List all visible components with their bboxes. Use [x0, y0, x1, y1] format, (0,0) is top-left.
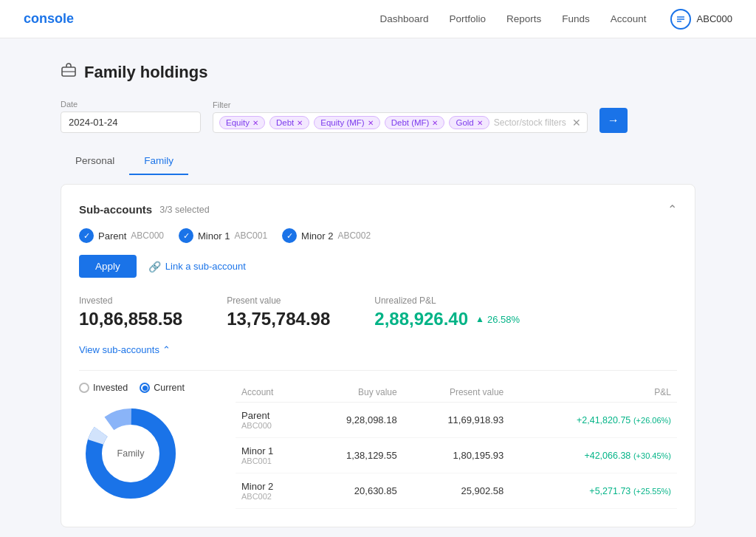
account-name-parent: Parent	[98, 230, 126, 242]
link-account-label: Link a sub-account	[165, 261, 246, 272]
family-card: Sub-accounts 3/3 selected ⌃ ✓ Parent ABC…	[61, 184, 695, 527]
arrow-right-icon: →	[608, 114, 619, 127]
accounts-table: Account Buy value Present value P&L Pare…	[236, 383, 677, 509]
date-label: Date	[61, 100, 201, 109]
table-row: Minor 2 ABC002 20,630.85 25,902.58 +5,27…	[236, 473, 677, 509]
cell-buy-value-0: 9,28,098.18	[304, 403, 402, 438]
present-value-label: Present value	[227, 295, 330, 306]
col-present-value: Present value	[403, 383, 510, 403]
toggle-current[interactable]: Current	[140, 383, 185, 393]
cell-pl-value-1: +42,066.38	[584, 451, 630, 461]
donut-chart: Family	[79, 402, 182, 505]
check-circle-minor2: ✓	[282, 228, 297, 243]
nav-portfolio[interactable]: Portfolio	[449, 13, 486, 24]
metrics-row: Invested 10,86,858.58 Present value 13,7…	[79, 295, 677, 329]
account-option-parent[interactable]: ✓ Parent ABC000	[79, 228, 164, 243]
filter-tag-gold-close[interactable]: ✕	[477, 119, 483, 127]
account-name-minor2: Minor 2	[301, 230, 333, 242]
date-filter-group: Date	[61, 100, 201, 133]
metric-unrealized-pl: Unrealized P&L 2,88,926.40 ▲ 26.58%	[374, 295, 520, 329]
table-row: Minor 1 ABC001 1,38,129.55 1,80,195.93 +…	[236, 438, 677, 473]
chevron-up-view-icon: ⌃	[162, 344, 171, 355]
cell-pl-pct-2: (+25.55%)	[633, 487, 671, 496]
col-pl: P&L	[509, 383, 677, 403]
page-title: Family holdings	[61, 62, 695, 82]
view-sub-accounts-label: View sub-accounts	[79, 344, 159, 355]
navbar: console Dashboard Portfolio Reports Fund…	[0, 0, 756, 38]
metric-invested: Invested 10,86,858.58	[79, 295, 182, 329]
divider	[79, 370, 677, 371]
apply-button[interactable]: Apply	[79, 255, 137, 278]
nav-account[interactable]: Account	[611, 13, 647, 24]
cell-present-value-1: 1,80,195.93	[403, 438, 510, 473]
filter-tag-debt-mf[interactable]: Debt (MF) ✕	[385, 116, 445, 129]
radio-invested	[79, 383, 89, 393]
action-row: Apply 🔗 Link a sub-account	[79, 255, 677, 278]
delta-pct: 26.58%	[487, 314, 520, 325]
filter-tag-gold-label: Gold	[456, 118, 473, 127]
tab-personal[interactable]: Personal	[61, 148, 129, 175]
filter-tag-equity-mf-close[interactable]: ✕	[368, 119, 374, 127]
cell-present-value-2: 25,902.58	[403, 473, 510, 509]
tab-family[interactable]: Family	[129, 148, 188, 175]
cell-pl-1: +42,066.38 (+30.45%)	[509, 438, 677, 473]
selected-badge: 3/3 selected	[159, 205, 209, 215]
radio-current	[140, 383, 150, 393]
table-row: Parent ABC000 9,28,098.18 11,69,918.93 +…	[236, 403, 677, 438]
nav-reports[interactable]: Reports	[506, 13, 541, 24]
nav-dashboard[interactable]: Dashboard	[379, 13, 428, 24]
tabs-container: Personal Family	[61, 148, 695, 175]
account-name-minor1: Minor 1	[198, 230, 230, 242]
briefcase-icon	[61, 62, 77, 82]
checkmark-minor2-icon: ✓	[286, 231, 293, 241]
account-id-minor2: ABC002	[337, 230, 371, 241]
filter-tag-equity-mf-label: Equity (MF)	[320, 118, 364, 127]
filter-tag-equity[interactable]: Equity ✕	[219, 116, 265, 129]
metric-present-value: Present value 13,75,784.98	[227, 295, 330, 329]
filter-clear-icon[interactable]: ✕	[572, 117, 581, 129]
nav-funds[interactable]: Funds	[562, 13, 590, 24]
toggle-invested[interactable]: Invested	[79, 383, 128, 393]
donut-center-label: Family	[117, 448, 145, 459]
metric-delta: ▲ 26.58%	[475, 314, 520, 325]
checkmark-parent-icon: ✓	[83, 231, 90, 241]
view-sub-accounts-link[interactable]: View sub-accounts ⌃	[79, 344, 677, 355]
filter-tag-gold[interactable]: Gold ✕	[449, 116, 489, 129]
cell-account-id-1: ABC001	[241, 456, 298, 465]
main-content: Family holdings Date Filter Equity ✕ Deb…	[46, 38, 710, 537]
filter-tag-debt[interactable]: Debt ✕	[269, 116, 309, 129]
cell-pl-0: +2,41,820.75 (+26.06%)	[509, 403, 677, 438]
filter-tag-equity-close[interactable]: ✕	[252, 119, 258, 127]
accounts-data-table: Account Buy value Present value P&L Pare…	[236, 383, 677, 509]
filter-tag-debt-mf-close[interactable]: ✕	[432, 119, 438, 127]
filter-tag-debt-close[interactable]: ✕	[297, 119, 303, 127]
account-id-minor1: ABC001	[234, 230, 267, 241]
link-sub-account-link[interactable]: 🔗 Link a sub-account	[148, 261, 246, 273]
col-account: Account	[236, 383, 304, 403]
sector-placeholder: Sector/stock filters	[494, 117, 566, 128]
unrealized-value: 2,88,926.40	[374, 309, 468, 329]
cell-pl-2: +5,271.73 (+25.55%)	[509, 473, 677, 509]
filter-apply-arrow-button[interactable]: →	[599, 108, 628, 133]
cell-account-0: Parent ABC000	[236, 403, 304, 438]
brand-logo: console	[24, 11, 74, 27]
sub-accounts-title: Sub-accounts	[79, 203, 152, 216]
sub-accounts-header: Sub-accounts 3/3 selected ⌃	[79, 202, 677, 216]
filter-tag-equity-mf[interactable]: Equity (MF) ✕	[314, 116, 379, 129]
cell-account-2: Minor 2 ABC002	[236, 473, 304, 509]
user-info[interactable]: ABC000	[670, 9, 732, 30]
filter-tag-debt-label: Debt	[276, 118, 294, 127]
filter-tag-debt-mf-label: Debt (MF)	[391, 118, 430, 127]
date-input[interactable]	[61, 112, 201, 133]
check-circle-minor1: ✓	[179, 228, 193, 243]
bottom-section: Invested Current	[79, 383, 677, 509]
cell-pl-value-2: +5,271.73	[589, 486, 630, 496]
chevron-up-icon[interactable]: ⌃	[667, 202, 677, 216]
cell-pl-value-0: +2,41,820.75	[577, 415, 630, 425]
page-title-text: Family holdings	[84, 63, 207, 82]
account-option-minor1[interactable]: ✓ Minor 1 ABC001	[179, 228, 267, 243]
cell-account-name-0: Parent	[241, 410, 298, 421]
cell-account-name-1: Minor 1	[241, 445, 298, 456]
account-option-minor2[interactable]: ✓ Minor 2 ABC002	[282, 228, 371, 243]
checkmark-minor1-icon: ✓	[183, 231, 190, 241]
